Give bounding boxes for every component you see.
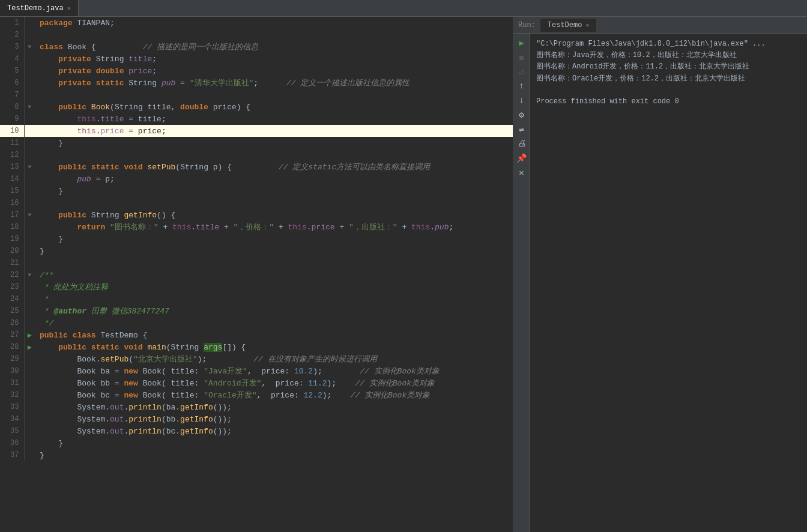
table-row: 18 return "图书名称：" + this.title + "，价格：" …	[0, 221, 513, 233]
table-row: 5 private double price;	[0, 65, 513, 77]
table-row: 1 package TIANPAN;	[0, 17, 513, 29]
tab-testdemo[interactable]: TestDemo.java ✕	[0, 0, 79, 16]
run-tab-bar: Run: TestDemo ✕	[513, 17, 807, 34]
table-row: 30 Book ba = new Book( title: "Java开发", …	[0, 365, 513, 377]
table-row: 20 }	[0, 245, 513, 257]
table-row: 6 private static String pub = "清华大学出版社";…	[0, 77, 513, 89]
table-row: 24 *	[0, 293, 513, 305]
output-line: Process finished with exit code 0	[536, 96, 801, 107]
pin-button[interactable]: 📌	[515, 151, 528, 165]
editor-tab-bar: TestDemo.java ✕	[0, 0, 807, 17]
table-row: 11 }	[0, 137, 513, 149]
table-row: 9 this.title = title;	[0, 113, 513, 125]
scroll-up-button[interactable]: ↑	[515, 79, 528, 92]
run-tab[interactable]: TestDemo ✕	[540, 19, 597, 32]
table-row: 37 }	[0, 449, 513, 461]
output-line	[536, 85, 801, 96]
table-row: 2	[0, 29, 513, 41]
output-line: 图书名称：Java开发，价格：10.2，出版社：北京大学出版社	[536, 50, 801, 61]
table-row: 22 ▼ /**	[0, 269, 513, 281]
table-row: 3 ▼ class Book { // 描述的是同一个出版社的信息	[0, 41, 513, 53]
table-row: 31 Book bb = new Book( title: "Android开发…	[0, 377, 513, 389]
main-layout: 1 package TIANPAN; 2 3 ▼ class Book { //…	[0, 17, 807, 532]
table-row: 23 * 此处为文档注释	[0, 281, 513, 293]
line-num: 1	[0, 17, 24, 29]
table-row: 25 * @author 田攀 微信382477247	[0, 305, 513, 317]
output-line: 图书名称：Android开发，价格：11.2，出版社：北京大学出版社	[536, 61, 801, 73]
table-row: 8 ▼ public Book(String title, double pri…	[0, 101, 513, 113]
run-tab-close-icon[interactable]: ✕	[585, 22, 589, 29]
table-row: 15 }	[0, 185, 513, 197]
table-row: 14 pub = p;	[0, 173, 513, 185]
tab-close-icon[interactable]: ✕	[67, 5, 71, 12]
table-row: 36 }	[0, 437, 513, 449]
code-col: package TIANPAN;	[35, 17, 513, 29]
table-row: 29 Book.setPub("北京大学出版社"); // 在没有对象产生的时候…	[0, 353, 513, 365]
table-row: 26 */	[0, 317, 513, 329]
run-tab-label: TestDemo	[548, 21, 582, 29]
run-toolbar: ▶ ◼ ↺ ↑ ↓ ⚙ ⇌ 🖨 📌 ✕	[513, 34, 530, 532]
table-row: 7	[0, 89, 513, 101]
run-content-area: ▶ ◼ ↺ ↑ ↓ ⚙ ⇌ 🖨 📌 ✕ "C:\Program Files\Ja…	[513, 34, 807, 532]
run-output: "C:\Program Files\Java\jdk1.8.0_112\bin\…	[530, 34, 807, 532]
output-line: "C:\Program Files\Java\jdk1.8.0_112\bin\…	[536, 38, 801, 50]
rerun-button[interactable]: ↺	[515, 65, 528, 78]
run-label: Run:	[518, 21, 536, 29]
table-row: 35 System.out.println(bc.getInfo());	[0, 425, 513, 437]
table-row: 27 ▶ public class TestDemo {	[0, 329, 513, 341]
code-table: 1 package TIANPAN; 2 3 ▼ class Book { //…	[0, 17, 513, 461]
print-button[interactable]: 🖨	[515, 137, 528, 150]
table-row: 17 ▼ public String getInfo() {	[0, 209, 513, 221]
table-row: 33 System.out.println(ba.getInfo());	[0, 401, 513, 413]
editor-pane[interactable]: 1 package TIANPAN; 2 3 ▼ class Book { //…	[0, 17, 513, 532]
right-panel: Run: TestDemo ✕ ▶ ◼ ↺ ↑ ↓ ⚙ ⇌ 🖨 📌 ✕	[513, 17, 807, 532]
table-row: 21	[0, 257, 513, 269]
table-row: 28 ▶ public static void main(String args…	[0, 341, 513, 353]
run-button[interactable]: ▶	[515, 36, 528, 49]
close-run-button[interactable]: ✕	[515, 166, 528, 179]
stop-button[interactable]: ◼	[515, 50, 528, 64]
table-row: 12	[0, 149, 513, 161]
scroll-down-button[interactable]: ↓	[515, 94, 528, 107]
table-row: 19 }	[0, 233, 513, 245]
table-row: 16	[0, 197, 513, 209]
table-row: 4 private String title;	[0, 53, 513, 65]
table-row: 13 ▼ public static void setPub(String p)…	[0, 161, 513, 173]
table-row: 10 this.price = price;	[0, 125, 513, 137]
output-line: 图书名称：Oracle开发，价格：12.2，出版社：北京大学出版社	[536, 73, 801, 85]
tab-label: TestDemo.java	[7, 4, 64, 13]
settings-button[interactable]: ⚙	[515, 108, 528, 121]
table-row: 32 Book bc = new Book( title: "Oracle开发"…	[0, 389, 513, 401]
table-row: 34 System.out.println(bb.getInfo());	[0, 413, 513, 425]
wrap-button[interactable]: ⇌	[515, 122, 528, 136]
fold-col	[24, 17, 35, 29]
